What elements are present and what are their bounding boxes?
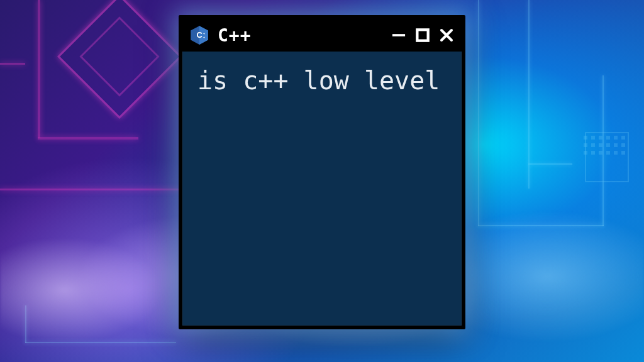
svg-text:C: C (196, 30, 202, 40)
terminal-window: C + + C++ is c++ low level (179, 15, 465, 329)
svg-text:+: + (203, 35, 206, 39)
minimize-button[interactable] (390, 26, 408, 44)
window-title: C++ (218, 25, 252, 46)
window-controls (390, 26, 455, 44)
terminal-content[interactable]: is c++ low level (182, 52, 462, 326)
svg-text:+: + (203, 31, 206, 35)
titlebar[interactable]: C + + C++ (182, 19, 462, 52)
maximize-button[interactable] (414, 26, 431, 44)
svg-rect-6 (417, 30, 428, 40)
cpp-logo-icon: C + + (189, 25, 210, 46)
close-button[interactable] (438, 26, 455, 44)
